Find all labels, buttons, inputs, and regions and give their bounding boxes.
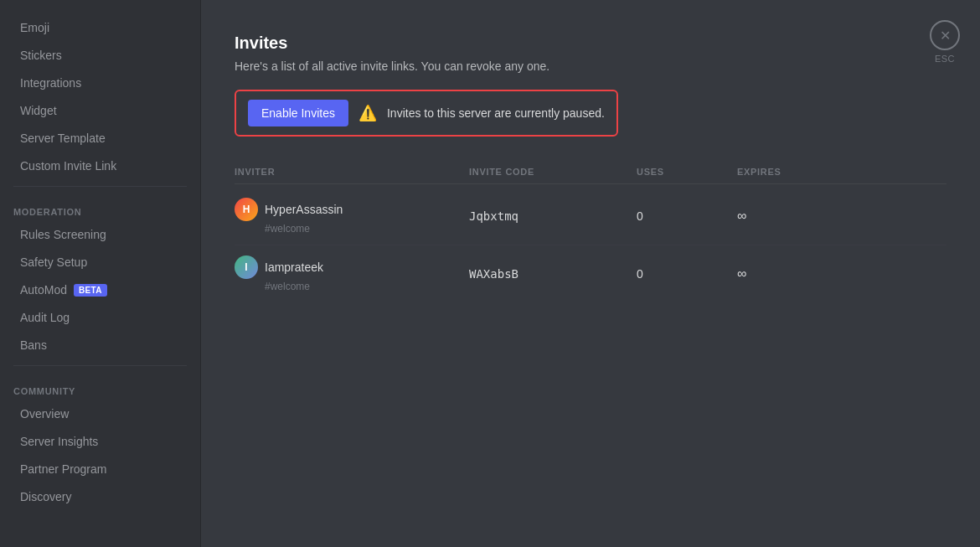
page-subtitle: Here's a list of all active invite links…: [235, 59, 946, 73]
avatar: I: [235, 255, 258, 279]
community-section-label: COMMUNITY: [0, 373, 200, 400]
sidebar-item-server-insights[interactable]: Server Insights: [7, 428, 193, 455]
warning-icon: ⚠️: [358, 104, 377, 122]
inviter-name-row: HHyperAssassin: [235, 198, 469, 221]
inviter-channel: #welcome: [235, 223, 469, 235]
inviter-name: Iamprateek: [265, 261, 323, 274]
avatar: H: [235, 198, 258, 221]
inviter-cell: IIamprateek#welcome: [235, 255, 469, 292]
sidebar-item-server-template[interactable]: Server Template: [7, 125, 193, 152]
inviter-name: HyperAssassin: [265, 203, 343, 216]
sidebar-item-automod[interactable]: AutoModBETA: [7, 276, 193, 303]
sidebar-item-audit-log[interactable]: Audit Log: [7, 304, 193, 331]
inviter-channel: #welcome: [235, 281, 469, 292]
col-uses: USES: [637, 167, 737, 177]
esc-circle-icon: ✕: [930, 20, 960, 50]
expires-value: ∞: [737, 266, 838, 281]
sidebar-item-safety-setup[interactable]: Safety Setup: [7, 249, 193, 276]
enable-invites-button[interactable]: Enable Invites: [248, 100, 348, 126]
sidebar-item-partner-program[interactable]: Partner Program: [7, 456, 193, 482]
beta-badge: BETA: [74, 284, 107, 297]
page-title: Invites: [235, 34, 946, 53]
col-invite-code: INVITE CODE: [469, 167, 637, 177]
sidebar-item-rules-screening[interactable]: Rules Screening: [7, 221, 193, 248]
esc-label: ESC: [935, 54, 955, 64]
sidebar-item-discovery[interactable]: Discovery: [7, 483, 193, 510]
esc-button[interactable]: ✕ ESC: [930, 20, 960, 64]
moderation-section-label: MODERATION: [0, 194, 200, 220]
invites-table: HHyperAssassin#welcomeJqbxtmq0∞IIamprate…: [235, 188, 946, 302]
table-row: IIamprateek#welcomeWAXabsB0∞: [235, 245, 946, 302]
table-row: HHyperAssassin#welcomeJqbxtmq0∞: [235, 188, 946, 245]
sidebar-item-emoji[interactable]: Emoji: [7, 14, 193, 41]
sidebar-divider: [13, 186, 187, 187]
sidebar-item-custom-invite-link[interactable]: Custom Invite Link: [7, 152, 193, 179]
warning-box: Enable Invites ⚠️ Invites to this server…: [235, 90, 618, 137]
main-content: Invites Here's a list of all active invi…: [201, 0, 980, 547]
sidebar-item-stickers[interactable]: Stickers: [7, 42, 193, 69]
invite-code: Jqbxtmq: [469, 209, 637, 223]
col-expires: EXPIRES: [737, 167, 838, 177]
sidebar-item-bans[interactable]: Bans: [7, 332, 193, 359]
expires-value: ∞: [737, 209, 838, 224]
table-header: INVITER INVITE CODE USES EXPIRES: [235, 160, 946, 184]
uses-count: 0: [637, 267, 737, 281]
uses-count: 0: [637, 209, 737, 223]
sidebar-divider-2: [13, 365, 187, 366]
sidebar-item-integrations[interactable]: Integrations: [7, 70, 193, 96]
invite-code: WAXabsB: [469, 267, 637, 281]
sidebar-item-widget[interactable]: Widget: [7, 97, 193, 124]
warning-text: Invites to this server are currently pau…: [387, 106, 605, 120]
inviter-name-row: IIamprateek: [235, 255, 469, 279]
inviter-cell: HHyperAssassin#welcome: [235, 198, 469, 235]
col-inviter: INVITER: [235, 167, 469, 177]
sidebar-item-overview[interactable]: Overview: [7, 400, 193, 427]
sidebar: EmojiStickersIntegrationsWidgetServer Te…: [0, 0, 201, 547]
